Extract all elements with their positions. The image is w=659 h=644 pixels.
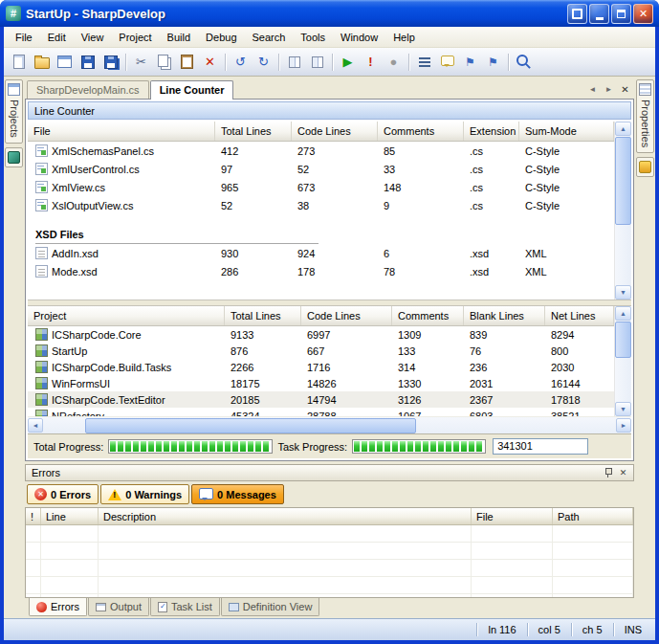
- column-header-line[interactable]: Line: [41, 508, 99, 524]
- warnings-filter-button[interactable]: 0 Warnings: [100, 484, 189, 504]
- comment-button[interactable]: [436, 51, 458, 73]
- scrollbar-thumb[interactable]: [615, 322, 631, 358]
- menu-help[interactable]: Help: [385, 28, 423, 47]
- horizontal-scrollbar[interactable]: ◄ ►: [28, 416, 631, 433]
- file-table-scrollbar[interactable]: ▲ ▼: [614, 122, 631, 300]
- messages-filter-button[interactable]: 0 Messages: [191, 484, 284, 504]
- column-header-description[interactable]: Description: [99, 508, 472, 524]
- search-button[interactable]: [513, 51, 535, 73]
- menu-file[interactable]: File: [8, 28, 40, 47]
- table-row[interactable]: XmlUserControl.cs 97 52 33 .cs C-Style: [28, 160, 614, 178]
- undo-button[interactable]: ↺: [230, 51, 252, 73]
- save-button[interactable]: [77, 51, 99, 73]
- cut-button[interactable]: ✂: [130, 51, 152, 73]
- column-header-file[interactable]: File: [472, 508, 553, 524]
- tab-definition-view[interactable]: Definition View: [221, 598, 320, 616]
- column-header-net-lines[interactable]: Net Lines: [545, 306, 614, 325]
- menu-build[interactable]: Build: [160, 28, 198, 47]
- table-row[interactable]: XslOutputView.cs 52 38 9 .cs C-Style: [28, 196, 614, 214]
- table-row[interactable]: Mode.xsd 286 178 78 .xsd XML: [28, 262, 614, 280]
- menu-search[interactable]: Search: [245, 28, 294, 47]
- redo-button[interactable]: ↻: [253, 51, 275, 73]
- new-project-button[interactable]: [54, 51, 76, 73]
- menu-edit[interactable]: Edit: [40, 28, 74, 47]
- table-row[interactable]: ICSharpCode.Core 9133 6997 1309 839 8294: [28, 326, 614, 343]
- sidebar-tab-help[interactable]: [636, 157, 654, 177]
- pin-button[interactable]: [602, 466, 616, 479]
- scroll-down-button[interactable]: ▼: [615, 402, 631, 416]
- table-splitter[interactable]: [28, 300, 631, 306]
- format-code-button[interactable]: [283, 51, 305, 73]
- paste-button[interactable]: [176, 51, 198, 73]
- menu-tools[interactable]: Tools: [293, 28, 333, 47]
- toggle-bookmark-button[interactable]: ⚑: [459, 51, 481, 73]
- table-row[interactable]: XmlSchemasPanel.cs 412 273 85 .cs C-Styl…: [28, 142, 614, 160]
- column-header-blank-lines[interactable]: Blank Lines: [464, 306, 545, 325]
- table-row[interactable]: NRefactory 45324 28788 1067 6803 38521: [28, 408, 614, 416]
- tab-scroll-right-button[interactable]: ►: [602, 82, 616, 96]
- sidebar-tab-projects[interactable]: Projects: [5, 79, 23, 144]
- table-row[interactable]: AddIn.xsd 930 924 6 .xsd XML: [28, 244, 614, 262]
- menu-view[interactable]: View: [74, 28, 112, 47]
- tab-line-counter[interactable]: Line Counter: [150, 80, 234, 100]
- menu-window[interactable]: Window: [333, 28, 385, 47]
- cell: ICSharpCode.TextEditor: [52, 394, 165, 406]
- close-button[interactable]: ✕: [633, 4, 653, 24]
- tab-output[interactable]: Output: [88, 598, 149, 616]
- table-row[interactable]: ICSharpCode.Build.Tasks 2266 1716 314 23…: [28, 359, 614, 375]
- task-list-button[interactable]: [413, 51, 435, 73]
- run-button[interactable]: ▶: [337, 51, 359, 73]
- scroll-right-button[interactable]: ►: [616, 418, 631, 433]
- menu-debug[interactable]: Debug: [198, 28, 244, 47]
- errors-panel-header[interactable]: Errors ✕: [25, 464, 634, 481]
- column-header-project[interactable]: Project: [28, 306, 225, 325]
- tab-errors[interactable]: Errors: [29, 598, 87, 616]
- menu-project[interactable]: Project: [111, 28, 159, 47]
- table-row[interactable]: WinFormsUI 18175 14826 1330 2031 16144: [28, 375, 614, 391]
- copy-button[interactable]: [153, 51, 175, 73]
- column-header-sum-mode[interactable]: Sum-Mode: [519, 122, 614, 141]
- column-header-total-lines[interactable]: Total Lines: [215, 122, 292, 141]
- column-header-path[interactable]: Path: [553, 508, 633, 524]
- maximize-button[interactable]: [611, 4, 631, 24]
- breakpoint-button[interactable]: ●: [383, 51, 405, 73]
- delete-button[interactable]: ✕: [199, 51, 221, 73]
- table-row-selected[interactable]: ICSharpCode.TextEditor 20185 14794 3126 …: [28, 391, 614, 408]
- code-template-button[interactable]: [306, 51, 328, 73]
- column-header-comments[interactable]: Comments: [392, 306, 464, 325]
- open-file-button[interactable]: [31, 51, 53, 73]
- sidebar-tab-properties[interactable]: Properties: [636, 79, 654, 153]
- window-extra-button[interactable]: [567, 4, 587, 24]
- column-header-comments[interactable]: Comments: [378, 122, 464, 141]
- column-header-code-lines[interactable]: Code Lines: [301, 306, 392, 325]
- column-header-file[interactable]: File: [28, 122, 215, 141]
- cut-icon: ✂: [136, 56, 146, 68]
- minimize-button[interactable]: [589, 4, 609, 24]
- scrollbar-thumb[interactable]: [615, 137, 631, 225]
- project-table-scrollbar[interactable]: ▲ ▼: [614, 306, 631, 416]
- scroll-down-button[interactable]: ▼: [615, 285, 631, 300]
- scrollbar-thumb[interactable]: [85, 418, 416, 433]
- file-table: File Total Lines Code Lines Comments Ext…: [28, 122, 631, 300]
- stop-button[interactable]: !: [360, 51, 382, 73]
- column-header-extension[interactable]: Extension: [464, 122, 519, 141]
- sidebar-tab-classes[interactable]: [5, 147, 23, 167]
- table-row[interactable]: XmlView.cs 965 673 148 .cs C-Style: [28, 178, 614, 196]
- column-header-total-lines[interactable]: Total Lines: [225, 306, 301, 325]
- tab-sharpdevelopmain[interactable]: SharpDevelopMain.cs: [27, 80, 149, 99]
- column-header-code-lines[interactable]: Code Lines: [292, 122, 378, 141]
- panel-close-button[interactable]: ✕: [616, 466, 630, 479]
- column-header-severity[interactable]: !: [26, 508, 41, 524]
- new-file-button[interactable]: [8, 51, 30, 73]
- table-row[interactable]: StartUp 876 667 133 76 800: [28, 343, 614, 359]
- title-bar[interactable]: # StartUp - SharpDevelop ✕: [0, 0, 659, 27]
- tab-task-list[interactable]: Task List: [150, 598, 220, 616]
- scroll-up-button[interactable]: ▲: [615, 306, 631, 321]
- save-all-button[interactable]: [99, 51, 121, 73]
- next-bookmark-button[interactable]: ⚑: [482, 51, 504, 73]
- tab-scroll-left-button[interactable]: ◄: [585, 82, 600, 96]
- scroll-up-button[interactable]: ▲: [615, 122, 631, 136]
- scroll-left-button[interactable]: ◄: [28, 418, 43, 433]
- errors-filter-button[interactable]: 0 Errors: [27, 484, 99, 504]
- tab-close-button[interactable]: ✕: [618, 82, 632, 96]
